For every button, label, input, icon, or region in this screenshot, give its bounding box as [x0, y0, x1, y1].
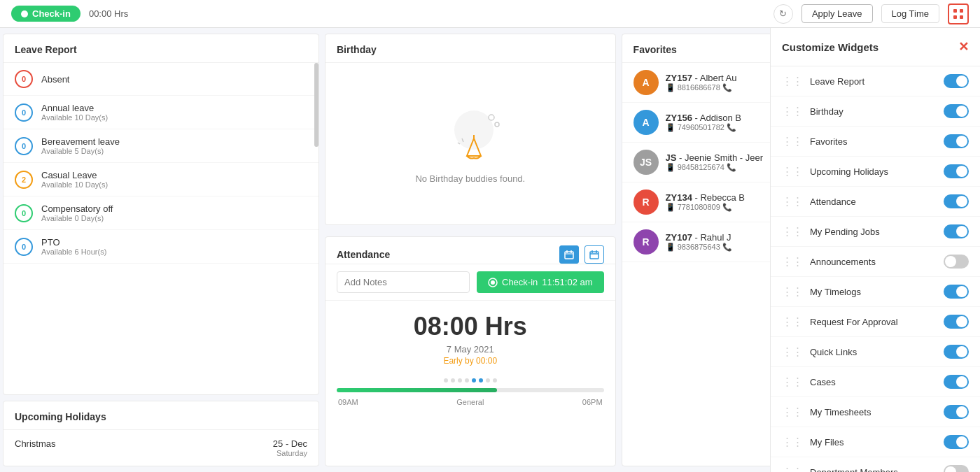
toggle-thumb	[956, 346, 967, 357]
widget-item: ⋮⋮ Leave Report	[771, 66, 980, 96]
leave-item[interactable]: 0 Bereavement leave Available 5 Day(s)	[4, 129, 318, 163]
widget-toggle[interactable]	[944, 255, 969, 269]
toggle-thumb	[956, 106, 967, 117]
fav-info: ZY134 - Rebecca B 📱 7781080809 📞	[666, 192, 770, 212]
drag-handle[interactable]: ⋮⋮	[782, 165, 803, 178]
customize-widgets-panel: Customize Widgets ✕ ⋮⋮ Leave Report ⋮⋮ B…	[770, 28, 980, 472]
timeline-end: 06PM	[582, 398, 603, 406]
drag-handle[interactable]: ⋮⋮	[782, 466, 803, 472]
toggle-thumb	[956, 166, 967, 177]
log-time-button[interactable]: Log Time	[881, 4, 939, 23]
topbar: Check-in 00:00 Hrs ↻ Apply Leave Log Tim…	[0, 0, 980, 28]
svg-rect-3	[960, 15, 963, 19]
widget-toggle[interactable]	[944, 194, 969, 208]
widget-toggle[interactable]	[944, 285, 969, 299]
widget-toggle[interactable]	[944, 134, 969, 148]
favorite-item[interactable]: A ZY157 - Albert Au 📱 8816686678 📞	[622, 63, 770, 103]
widget-label: Request For Approval	[810, 317, 944, 327]
checkin-label: Check-in	[32, 8, 71, 19]
drag-handle[interactable]: ⋮⋮	[782, 315, 803, 328]
leave-item[interactable]: 0 Absent	[4, 63, 318, 96]
drag-handle[interactable]: ⋮⋮	[782, 195, 803, 208]
svg-point-4	[454, 110, 493, 150]
customize-widgets-button[interactable]	[948, 3, 969, 24]
timeline-dot	[444, 378, 448, 382]
checkin-button[interactable]: Check-in	[11, 6, 80, 22]
toggle-thumb	[956, 226, 967, 237]
svg-point-20	[491, 280, 495, 285]
notes-input[interactable]	[337, 271, 470, 293]
leave-item[interactable]: 0 Compensatory off Available 0 Day(s)	[4, 196, 318, 230]
leave-item[interactable]: 2 Casual Leave Available 10 Day(s)	[4, 163, 318, 196]
leave-badge: 0	[15, 137, 33, 155]
widget-item: ⋮⋮ My Timesheets	[771, 397, 980, 427]
leave-available: Available 0 Day(s)	[41, 214, 113, 222]
toggle-thumb	[956, 196, 967, 207]
attendance-tab-calendar[interactable]	[559, 245, 579, 264]
customize-header: Customize Widgets ✕	[771, 28, 980, 66]
svg-rect-2	[953, 15, 957, 19]
widget-label: My Timesheets	[810, 407, 944, 417]
toggle-thumb	[956, 76, 967, 87]
refresh-icon[interactable]: ↻	[774, 4, 793, 24]
widget-item: ⋮⋮ My Timelogs	[771, 277, 980, 307]
fav-phone: 📱 98458125674 📞	[666, 163, 770, 172]
drag-handle[interactable]: ⋮⋮	[782, 345, 803, 358]
attendance-tabs	[559, 245, 604, 264]
drag-handle[interactable]: ⋮⋮	[782, 376, 803, 388]
widget-item: ⋮⋮ Department Members	[771, 457, 980, 472]
leave-available: Available 10 Day(s)	[41, 113, 108, 122]
attendance-tab-list[interactable]	[584, 245, 604, 264]
widget-toggle[interactable]	[944, 375, 969, 389]
leave-available: Available 10 Day(s)	[41, 180, 108, 189]
leave-badge: 0	[15, 238, 33, 256]
fav-name: ZY156 - Addison B	[666, 113, 770, 123]
widget-toggle[interactable]	[944, 345, 969, 359]
widget-toggle[interactable]	[944, 405, 969, 419]
widget-label: Favorites	[810, 136, 944, 147]
drag-handle[interactable]: ⋮⋮	[782, 75, 803, 87]
widget-toggle[interactable]	[944, 164, 969, 178]
widget-toggle[interactable]	[944, 435, 969, 449]
favorite-item[interactable]: JS JS - Jeenie Smith - Jeer 📱 9845812567…	[622, 143, 770, 183]
widget-toggle[interactable]	[944, 315, 969, 329]
drag-handle[interactable]: ⋮⋮	[782, 135, 803, 148]
fav-name: ZY107 - Rahul J	[666, 232, 770, 243]
favorite-item[interactable]: A ZY156 - Addison B 📱 74960501782 📞	[622, 103, 770, 143]
checkin-action-label: Check-in	[502, 277, 538, 287]
avatar: A	[634, 110, 659, 135]
attendance-hrs: 08:00 Hrs	[326, 301, 615, 344]
favorite-item[interactable]: R ZY134 - Rebecca B 📱 7781080809 📞	[622, 183, 770, 222]
attendance-title: Attendance	[337, 249, 390, 260]
right-column: Favorites A ZY157 - Albert Au 📱 88166866…	[619, 28, 770, 472]
leave-item[interactable]: 0 Annual leave Available 10 Day(s)	[4, 96, 318, 129]
leave-badge: 0	[15, 103, 33, 122]
widget-toggle[interactable]	[944, 74, 969, 88]
widget-toggle[interactable]	[944, 224, 969, 238]
customize-title: Customize Widgets	[782, 41, 878, 53]
fav-name: JS - Jeenie Smith - Jeer	[666, 152, 770, 163]
drag-handle[interactable]: ⋮⋮	[782, 225, 803, 238]
drag-handle[interactable]: ⋮⋮	[782, 436, 803, 448]
close-customize-button[interactable]: ✕	[958, 39, 969, 55]
drag-handle[interactable]: ⋮⋮	[782, 255, 803, 268]
leave-list: 0 Absent 0 Annual leave Available 10 Day…	[4, 63, 318, 394]
leave-name: Casual Leave	[41, 170, 108, 180]
widget-label: Leave Report	[810, 76, 944, 87]
widget-toggle[interactable]	[944, 465, 969, 472]
holiday-day: Saturday	[273, 449, 307, 457]
fav-info: ZY157 - Albert Au 📱 8816686678 📞	[666, 73, 770, 92]
drag-handle[interactable]: ⋮⋮	[782, 105, 803, 117]
svg-rect-11	[565, 252, 573, 259]
leave-item[interactable]: 0 PTO Available 6 Hour(s)	[4, 230, 318, 264]
widget-label: Upcoming Holidays	[810, 166, 944, 177]
drag-handle[interactable]: ⋮⋮	[782, 406, 803, 418]
drag-handle[interactable]: ⋮⋮	[782, 285, 803, 298]
svg-point-5	[489, 115, 494, 120]
favorite-item[interactable]: R ZY107 - Rahul J 📱 9836875643 📞	[622, 222, 770, 262]
widget-item: ⋮⋮ Birthday	[771, 96, 980, 127]
checkin-action-button[interactable]: Check-in 11:51:02 am	[477, 271, 604, 293]
widget-toggle[interactable]	[944, 104, 969, 118]
apply-leave-button[interactable]: Apply Leave	[802, 4, 873, 23]
leave-report-panel: Leave Report 0 Absent 0 Annual leave Ava…	[3, 34, 319, 395]
